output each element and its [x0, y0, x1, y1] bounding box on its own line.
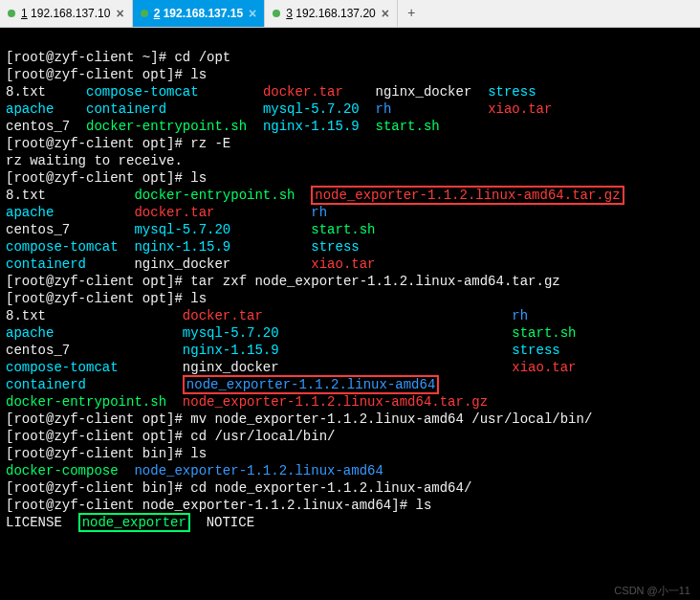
tab-2[interactable]: 2 192.168.137.15× [133, 0, 266, 27]
watermark: CSDN @小一11 [614, 582, 690, 599]
file-link: stress [488, 84, 536, 100]
file-highlighted: node_exporter [82, 515, 186, 530]
file-link: containerd [6, 256, 86, 272]
cmd: ls [190, 446, 207, 461]
tab-3-ip: 192.168.137.20 [295, 7, 375, 20]
cmd: ls [190, 291, 207, 306]
file-archive: xiao.tar [512, 360, 576, 375]
cmd: rz -E [190, 136, 230, 151]
cmd: mv node_exporter-1.1.2.linux-amd64 /usr/… [190, 411, 592, 427]
file-exec: start.sh [512, 325, 576, 341]
file: 8.txt [6, 308, 46, 323]
file-highlighted: node_exporter-1.1.2.linux-amd64 [186, 377, 435, 392]
file-link: apache [6, 101, 54, 117]
prompt: [root@zyf-client opt]# [6, 429, 183, 444]
file-link: mysql-5.7.20 [183, 325, 279, 341]
file: nginx_docker [134, 256, 230, 272]
file: 8.txt [6, 188, 46, 203]
prompt: [root@zyf-client opt]# [6, 411, 183, 427]
status-dot-icon [141, 10, 148, 17]
file-exec: start.sh [311, 222, 375, 237]
cmd: cd /opt [174, 50, 230, 65]
file-highlighted: node_exporter-1.1.2.linux-amd64.tar.gz [315, 188, 620, 203]
file-archive: docker.tar [134, 205, 214, 220]
tab-3[interactable]: 3 192.168.137.20× [265, 0, 398, 27]
file-archive: docker.tar [183, 308, 263, 323]
close-icon[interactable]: × [382, 6, 389, 21]
file-link: mysql-5.7.20 [263, 101, 360, 117]
file-exec: docker-entrypoint.sh [6, 394, 166, 410]
prompt: [root@zyf-client opt]# [6, 170, 183, 186]
close-icon[interactable]: × [249, 6, 256, 21]
tab-3-num: 3 [286, 7, 293, 20]
file-link: compose-tomcat [6, 360, 119, 375]
cmd: ls [190, 170, 207, 186]
tab-1-num: 1 [21, 7, 28, 20]
cmd: ls [190, 67, 207, 82]
output: rz waiting to receive. [6, 153, 183, 168]
file-link: stress [311, 239, 359, 255]
file-link: stress [512, 343, 559, 358]
terminal[interactable]: [root@zyf-client ~]# cd /opt [root@zyf-c… [0, 28, 700, 600]
file-link: compose-tomcat [86, 84, 199, 100]
file-link: containerd [6, 377, 86, 392]
file-exec: start.sh [376, 119, 440, 134]
file: 8.txt [6, 84, 46, 100]
file-link: mysql-5.7.20 [134, 222, 230, 237]
file-link: nginx-1.15.9 [263, 119, 360, 134]
file-archive: xiao.tar [311, 256, 375, 272]
prompt: [root@zyf-client bin]# [6, 446, 183, 461]
tab-1-ip: 192.168.137.10 [31, 7, 110, 20]
prompt: [root@zyf-client opt]# [6, 67, 183, 82]
file-archive: node_exporter-1.1.2.linux-amd64.tar.gz [183, 394, 488, 410]
tab-2-num: 2 [154, 7, 161, 20]
file: LICENSE [6, 515, 62, 530]
file-link: nginx-1.15.9 [134, 239, 230, 255]
cmd: ls [415, 498, 431, 513]
file: centos_7 [6, 119, 70, 134]
file-dir: rh [311, 205, 327, 220]
prompt: [root@zyf-client opt]# [6, 136, 183, 151]
cmd: cd /usr/local/bin/ [190, 429, 335, 444]
file-exec: docker-entrypoint.sh [86, 119, 247, 134]
file-exec: docker-compose [6, 463, 119, 478]
close-icon[interactable]: × [116, 6, 123, 21]
file-archive: xiao.tar [488, 101, 552, 117]
file-dir: rh [376, 101, 392, 117]
file-exec: docker-entrypoint.sh [134, 188, 295, 203]
prompt: [root@zyf-client ~]# [6, 50, 166, 65]
tab-bar: 1 192.168.137.10× 2 192.168.137.15× 3 19… [0, 0, 700, 28]
file: centos_7 [6, 343, 70, 358]
prompt: [root@zyf-client opt]# [6, 274, 183, 289]
file: nginx_docker [376, 84, 472, 100]
file-dir: rh [512, 308, 528, 323]
file-link: apache [6, 205, 54, 220]
cmd: cd node_exporter-1.1.2.linux-amd64/ [190, 480, 471, 496]
file-link: nginx-1.15.9 [183, 343, 279, 358]
new-tab-button[interactable]: + [398, 0, 425, 27]
prompt: [root@zyf-client bin]# [6, 480, 183, 496]
file-link: apache [6, 325, 54, 341]
prompt: [root@zyf-client node_exporter-1.1.2.lin… [6, 498, 407, 513]
cmd: tar zxf node_exporter-1.1.2.linux-amd64.… [190, 274, 559, 289]
file-archive: docker.tar [263, 84, 343, 100]
file: nginx_docker [183, 360, 279, 375]
tab-2-ip: 192.168.137.15 [164, 7, 243, 20]
file: centos_7 [6, 222, 70, 237]
status-dot-icon [273, 10, 280, 17]
tab-1[interactable]: 1 192.168.137.10× [0, 0, 133, 27]
prompt: [root@zyf-client opt]# [6, 291, 183, 306]
file-link: compose-tomcat [6, 239, 119, 255]
file: NOTICE [207, 515, 254, 530]
file-link: containerd [86, 101, 166, 117]
file-dir: node_exporter-1.1.2.linux-amd64 [134, 463, 383, 478]
status-dot-icon [8, 10, 15, 17]
